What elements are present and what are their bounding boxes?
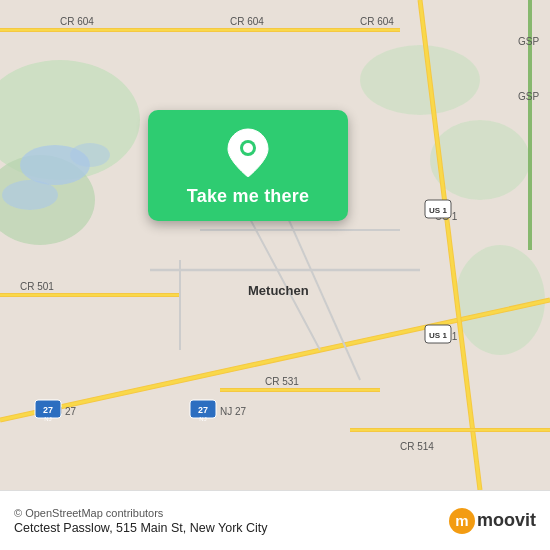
svg-text:CR 531: CR 531	[265, 376, 299, 387]
svg-text:CR 604: CR 604	[60, 16, 94, 27]
svg-text:CR 514: CR 514	[400, 441, 434, 452]
svg-text:NJ: NJ	[199, 416, 206, 422]
svg-text:CR 604: CR 604	[360, 16, 394, 27]
svg-text:GSP: GSP	[518, 91, 539, 102]
svg-text:GSP: GSP	[518, 36, 539, 47]
footer-bar: © OpenStreetMap contributors Cetctest Pa…	[0, 490, 550, 550]
svg-text:NJ 27: NJ 27	[220, 406, 247, 417]
copyright-text: © OpenStreetMap contributors	[14, 507, 268, 519]
svg-point-53	[243, 143, 253, 153]
svg-point-8	[70, 143, 110, 167]
moovit-logo: m moovit	[449, 508, 536, 534]
svg-point-3	[360, 45, 480, 115]
moovit-m-icon: m	[449, 508, 475, 534]
location-pin-icon	[222, 126, 274, 178]
svg-text:US 1: US 1	[429, 206, 447, 215]
address-text: Cetctest Passlow, 515 Main St, New York …	[14, 521, 268, 535]
moovit-brand-name: moovit	[477, 510, 536, 531]
svg-text:Metuchen: Metuchen	[248, 283, 309, 298]
svg-text:NJ: NJ	[44, 416, 51, 422]
svg-point-7	[2, 180, 58, 210]
svg-text:US 1: US 1	[429, 331, 447, 340]
svg-point-5	[455, 245, 545, 355]
svg-text:27: 27	[43, 405, 53, 415]
take-me-there-button-label: Take me there	[187, 186, 309, 207]
svg-text:CR 604: CR 604	[230, 16, 264, 27]
svg-text:27: 27	[198, 405, 208, 415]
take-me-there-card[interactable]: Take me there	[148, 110, 348, 221]
svg-text:CR 501: CR 501	[20, 281, 54, 292]
map-view: CR 604 CR 604 CR 604 CR 501 NJ 27 NJ 27 …	[0, 0, 550, 490]
